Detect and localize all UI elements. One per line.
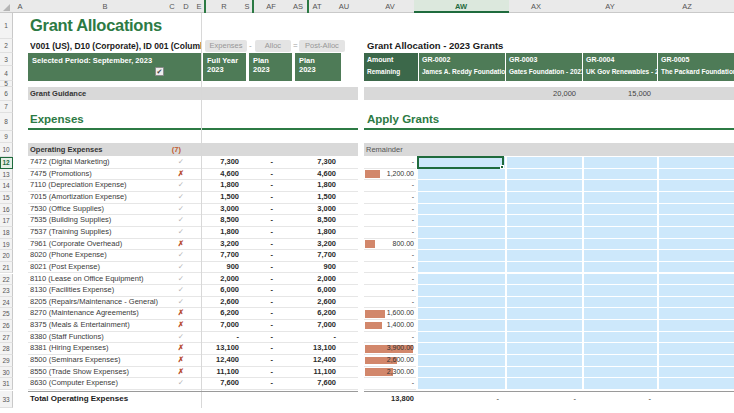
remainder-cell[interactable]: 2,300.00 <box>364 367 416 379</box>
expense-row[interactable]: 8020 (Phone Expense)✓7,700-7,700 <box>28 250 358 262</box>
alloc-value[interactable]: - <box>241 215 273 226</box>
post-alloc-value[interactable]: 8,500 <box>275 215 336 226</box>
guidance-value-GR-0004[interactable]: 15,000 <box>607 89 651 98</box>
post-alloc-value[interactable]: 7,000 <box>275 320 336 331</box>
alloc-value[interactable]: - <box>241 297 273 308</box>
expense-row[interactable]: 7961 (Corporate Overhead)✗3,200-3,200 <box>28 239 358 251</box>
expense-row[interactable]: 7015 (Amortization Expense)✓1,500-1,500 <box>28 192 358 204</box>
row-header-6[interactable]: 6 <box>0 87 13 101</box>
row-header-2[interactable]: 2 <box>0 39 13 53</box>
expense-row[interactable]: 8021 (Post Expense)✓900-900 <box>28 262 358 274</box>
column-header-AZ[interactable]: AZ <box>682 0 692 13</box>
grant-column-header-GR-0003[interactable]: GR-0003Gates Foundation - 2021Q <box>505 53 582 81</box>
expense-row[interactable]: 8110 (Lease on Office Equipment)✓2,000-2… <box>28 274 358 286</box>
post-alloc-value[interactable]: 7,300 <box>275 157 336 168</box>
row-header-31[interactable]: 31 <box>0 378 13 390</box>
x-icon[interactable]: ✗ <box>168 169 184 180</box>
grant-entry-row[interactable] <box>418 180 734 192</box>
row-header-13[interactable]: 13 <box>0 169 13 181</box>
post-alloc-value[interactable]: 4,600 <box>275 169 336 180</box>
post-alloc-value[interactable]: 7,700 <box>275 250 336 261</box>
check-icon[interactable]: ✓ <box>168 180 184 191</box>
grant-entry-row[interactable] <box>418 169 734 181</box>
grant-entry-row[interactable] <box>418 274 734 286</box>
x-icon[interactable]: ✗ <box>168 355 184 366</box>
remainder-cell[interactable]: - <box>364 250 416 262</box>
remainder-cell[interactable]: - <box>364 332 416 344</box>
row-header-1[interactable]: 1 <box>0 13 13 39</box>
alloc-value[interactable]: - <box>241 378 273 389</box>
column-header-C[interactable]: C <box>169 0 174 13</box>
check-icon[interactable]: ✓ <box>168 227 184 238</box>
post-alloc-value[interactable]: 3,000 <box>275 204 336 215</box>
grant-entry-row[interactable] <box>418 367 734 379</box>
post-alloc-value[interactable]: 7,600 <box>275 378 336 389</box>
column-header-AT[interactable]: AT <box>312 0 321 13</box>
x-icon[interactable]: ✗ <box>168 239 184 250</box>
column-header-row[interactable]: ABCDERSAFASATAUAVAWAXAYAZ <box>0 0 734 13</box>
row-header-12[interactable]: 12 <box>0 157 13 169</box>
grant-entry-row[interactable] <box>418 308 734 320</box>
alloc-value[interactable]: - <box>241 367 273 378</box>
row-header-17[interactable]: 17 <box>0 215 13 227</box>
alloc-value[interactable]: - <box>241 157 273 168</box>
alloc-value[interactable]: - <box>241 274 273 285</box>
grant-entry-row[interactable] <box>418 204 734 216</box>
x-icon[interactable]: ✗ <box>168 367 184 378</box>
column-header-AU[interactable]: AU <box>339 0 349 13</box>
row-header-29[interactable]: 29 <box>0 355 13 367</box>
post-alloc-value[interactable]: 6,200 <box>275 308 336 319</box>
alloc-value[interactable]: - <box>241 180 273 191</box>
selected-cell[interactable] <box>417 156 504 169</box>
check-icon[interactable]: ✓ <box>168 285 184 296</box>
select-all-corner-icon[interactable] <box>3 4 10 11</box>
grant-entry-row[interactable] <box>418 285 734 297</box>
row-header-20[interactable]: 20 <box>0 250 13 262</box>
grant-entry-row[interactable] <box>418 378 734 390</box>
post-alloc-value[interactable]: 1,500 <box>275 192 336 203</box>
remainder-cell[interactable]: 3,900.00 <box>364 343 416 355</box>
expense-row[interactable]: 8375 (Meals & Entertainment)✗7,000-7,000 <box>28 320 358 332</box>
alloc-value[interactable]: - <box>241 204 273 215</box>
row-header-19[interactable]: 19 <box>0 239 13 251</box>
post-alloc-value[interactable]: 6,000 <box>275 285 336 296</box>
expense-row[interactable]: 8270 (Maintenance Agreements)✗6,200-6,20… <box>28 308 358 320</box>
period-checkbox[interactable]: ✔ <box>155 67 164 76</box>
alloc-value[interactable]: - <box>241 332 273 343</box>
post-alloc-value[interactable]: 13,100 <box>275 343 336 354</box>
check-icon[interactable]: ✓ <box>168 262 184 273</box>
alloc-value[interactable]: - <box>241 239 273 250</box>
remainder-cell[interactable]: 800.00 <box>364 239 416 251</box>
row-header-27[interactable]: 27 <box>0 332 13 344</box>
grant-entry-row[interactable] <box>418 332 734 344</box>
row-header-24[interactable]: 24 <box>0 297 13 309</box>
row-header-30[interactable]: 30 <box>0 367 13 379</box>
expense-row[interactable]: 8380 (Staff Functions)✓--- <box>28 332 358 344</box>
guidance-value-GR-0003[interactable]: 20,000 <box>532 89 576 98</box>
row-header-7[interactable]: 7 <box>0 101 13 113</box>
remainder-cell[interactable]: 2,600.00 <box>364 355 416 367</box>
expense-row[interactable]: 7475 (Promotions)✗4,600-4,600 <box>28 169 358 181</box>
expense-row[interactable]: 7530 (Office Supplies)✓3,000-3,000 <box>28 204 358 216</box>
row-header-25[interactable]: 25 <box>0 308 13 320</box>
remainder-cell[interactable]: - <box>364 262 416 274</box>
post-alloc-value[interactable]: 12,400 <box>275 355 336 366</box>
remainder-cell[interactable]: - <box>364 285 416 297</box>
x-icon[interactable]: ✗ <box>168 308 184 319</box>
column-header-AY[interactable]: AY <box>605 0 614 13</box>
grant-entry-row[interactable] <box>418 215 734 227</box>
expense-row[interactable]: 8500 (Seminars Expenses)✗12,400-12,400 <box>28 355 358 367</box>
expense-row[interactable]: 8205 (Repairs/Maintenance - General)✓2,6… <box>28 297 358 309</box>
grant-entry-row[interactable] <box>418 262 734 274</box>
grant-column-header-GR-0004[interactable]: GR-0004UK Gov Renewables - 2021 <box>582 53 657 81</box>
total-remaining-value[interactable]: 13,800 <box>366 394 414 403</box>
column-header-S[interactable]: S <box>244 0 249 13</box>
check-icon[interactable]: ✓ <box>168 157 184 168</box>
grant-column-header-GR-0002[interactable]: GR-0002James A. Reddy Foundation <box>418 53 505 81</box>
expense-row[interactable]: 8550 (Trade Show Expenses)✗11,100-11,100 <box>28 367 358 379</box>
remainder-cell[interactable]: - <box>364 180 416 192</box>
remainder-cell[interactable]: - <box>364 204 416 216</box>
row-header-9[interactable]: 9 <box>0 131 13 143</box>
alloc-value[interactable]: - <box>241 169 273 180</box>
remainder-cell[interactable]: - <box>364 378 416 390</box>
